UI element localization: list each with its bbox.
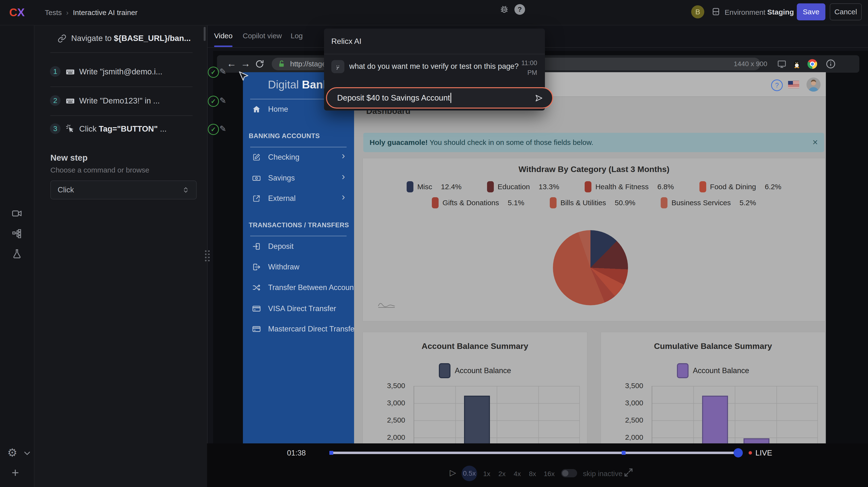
pie-legend-item[interactable]: Health & Fitness6.8% bbox=[585, 181, 674, 192]
bank-nav-transfer[interactable]: Transfer Between Accounts bbox=[251, 281, 360, 294]
legend-percent: 12.4% bbox=[441, 183, 462, 191]
legend-label: Food & Dining bbox=[710, 183, 756, 191]
live-label[interactable]: LIVE bbox=[755, 449, 772, 457]
send-icon[interactable] bbox=[534, 93, 544, 104]
pie-chart-card: Withdraw By Category (Last 3 Months) Mis… bbox=[363, 158, 826, 321]
bank-nav-visa-transfer[interactable]: VISA Direct Transfer bbox=[251, 303, 336, 315]
speed-2x-button[interactable]: 2x bbox=[498, 470, 506, 478]
speed-16x-button[interactable]: 16x bbox=[544, 470, 555, 478]
user-avatar[interactable]: B bbox=[691, 5, 704, 19]
progress-track[interactable] bbox=[331, 452, 738, 454]
back-arrow-icon[interactable]: ← bbox=[227, 58, 237, 69]
mouse-cursor-icon bbox=[237, 70, 250, 84]
app-logo[interactable]: CX bbox=[9, 6, 25, 19]
breadcrumb-current: Interactive AI trainer bbox=[73, 8, 137, 17]
command-select-value: Click bbox=[58, 186, 74, 194]
bar-plot[interactable] bbox=[414, 386, 580, 444]
cancel-button[interactable]: Cancel bbox=[830, 3, 862, 20]
pie-legend-item[interactable]: Business Services5.2% bbox=[661, 197, 756, 208]
speed-0-5x-button[interactable]: 0.5x bbox=[462, 466, 477, 481]
speed-1x-button[interactable]: 1x bbox=[483, 470, 490, 478]
sparkline-icon[interactable] bbox=[377, 299, 396, 310]
settings-gear-icon[interactable]: ⚙ bbox=[7, 446, 17, 459]
pie-chart[interactable] bbox=[553, 230, 628, 305]
info-icon[interactable] bbox=[826, 55, 836, 73]
legend-swatch bbox=[439, 363, 451, 378]
play-icon[interactable]: ▷ bbox=[450, 467, 456, 477]
scrollbar-thumb[interactable] bbox=[204, 27, 206, 41]
pie-chart-title: Withdraw By Category (Last 3 Months) bbox=[363, 164, 825, 174]
bank-nav-home[interactable]: Home bbox=[251, 103, 288, 115]
speed-8x-button[interactable]: 8x bbox=[529, 470, 536, 478]
legend-label: Account Balance bbox=[693, 366, 749, 375]
video-camera-icon[interactable] bbox=[0, 208, 34, 219]
sitemap-icon[interactable] bbox=[0, 228, 34, 239]
bank-nav-mastercard-transfer[interactable]: Mastercard Direct Transfer bbox=[251, 323, 357, 335]
pie-legend-item[interactable]: Misc12.4% bbox=[407, 181, 462, 192]
step-success-icon: ✓ bbox=[208, 96, 219, 107]
forward-arrow-icon[interactable]: → bbox=[241, 58, 250, 69]
navigate-step-label: Navigate to ${BASE_URL}/ban... bbox=[71, 34, 191, 43]
help-icon[interactable]: ? bbox=[515, 4, 525, 15]
bank-nav-savings[interactable]: Savings bbox=[251, 172, 295, 184]
keyboard-icon bbox=[65, 96, 75, 107]
alert-close-icon[interactable]: × bbox=[812, 137, 818, 148]
bank-nav-deposit[interactable]: Deposit bbox=[251, 240, 293, 252]
legend-percent: 6.2% bbox=[765, 183, 781, 191]
divider bbox=[51, 87, 192, 87]
lock-open-icon bbox=[278, 60, 286, 68]
pie-legend-item[interactable]: Bills & Utilities50.9% bbox=[550, 197, 635, 208]
progress-handle[interactable] bbox=[734, 448, 743, 457]
pie-legend-item[interactable]: Food & Dining6.2% bbox=[700, 181, 781, 192]
us-flag-icon[interactable] bbox=[788, 81, 799, 88]
bug-icon[interactable] bbox=[499, 4, 509, 16]
bar-legend[interactable]: Account Balance bbox=[601, 363, 825, 378]
refresh-icon[interactable] bbox=[255, 59, 265, 70]
bar[interactable] bbox=[744, 438, 769, 444]
breadcrumb-tests[interactable]: Tests bbox=[45, 8, 62, 17]
progress-marker[interactable] bbox=[330, 451, 333, 455]
tab-video[interactable]: Video bbox=[214, 25, 232, 47]
bank-sidebar: Digital Bank Home BANKING ACCOUNTS Check… bbox=[243, 72, 354, 444]
credit-card-icon bbox=[251, 325, 262, 334]
flask-icon[interactable] bbox=[0, 248, 34, 260]
sign-in-icon bbox=[251, 242, 262, 251]
page-user-avatar[interactable] bbox=[806, 78, 820, 92]
add-icon[interactable]: + bbox=[11, 465, 19, 480]
progress-marker[interactable] bbox=[622, 451, 626, 455]
bank-nav-checking[interactable]: Checking bbox=[251, 151, 299, 163]
monitor-icon[interactable] bbox=[777, 55, 786, 73]
command-select[interactable]: Click bbox=[51, 181, 197, 200]
legend-swatch bbox=[487, 181, 494, 192]
page-help-icon[interactable]: ? bbox=[771, 80, 783, 91]
bank-nav-withdraw[interactable]: Withdraw bbox=[251, 261, 299, 273]
tab-log[interactable]: Log bbox=[290, 25, 303, 47]
skip-inactive-toggle[interactable] bbox=[561, 469, 577, 477]
bar[interactable] bbox=[464, 396, 490, 444]
chevron-down-icon[interactable] bbox=[22, 449, 32, 459]
edit-pencil-icon[interactable]: ✎ bbox=[219, 124, 226, 133]
legend-label: Bills & Utilities bbox=[560, 199, 606, 207]
bar-plot[interactable] bbox=[652, 386, 818, 444]
fullscreen-icon[interactable] bbox=[623, 467, 634, 479]
y-tick-label: 3,500 bbox=[604, 382, 643, 390]
pie-legend-item[interactable]: Gifts & Donations5.1% bbox=[432, 197, 524, 208]
environment-value[interactable]: Staging bbox=[767, 8, 794, 16]
skip-inactive-label[interactable]: skip inactive bbox=[583, 469, 622, 478]
bar-legend[interactable]: Account Balance bbox=[363, 363, 587, 378]
edit-pencil-icon[interactable]: ✎ bbox=[219, 67, 226, 76]
panel-resize-handle[interactable] bbox=[204, 249, 211, 262]
divider bbox=[51, 52, 192, 53]
bar[interactable] bbox=[702, 396, 728, 444]
speed-4x-button[interactable]: 4x bbox=[514, 470, 521, 478]
credit-card-icon bbox=[251, 304, 262, 313]
bank-nav-external[interactable]: External bbox=[251, 192, 296, 205]
relicx-ai-dialog: Relicx AI what do you want me to verify … bbox=[324, 29, 545, 111]
y-tick-label: 2,500 bbox=[604, 416, 643, 424]
assistant-input[interactable]: Deposit $40 to Savings Account bbox=[326, 87, 553, 109]
tab-copilot-view[interactable]: Copilot view bbox=[243, 25, 282, 47]
shuffle-icon bbox=[251, 283, 262, 292]
edit-pencil-icon[interactable]: ✎ bbox=[219, 96, 226, 105]
pie-legend-item[interactable]: Education13.3% bbox=[487, 181, 559, 192]
save-button[interactable]: Save bbox=[797, 3, 826, 20]
